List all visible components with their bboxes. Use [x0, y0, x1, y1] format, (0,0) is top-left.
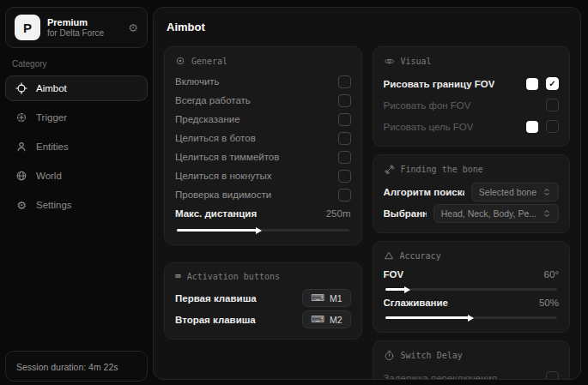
checkbox-enable[interactable]: ✓: [338, 75, 351, 88]
slider-thumb[interactable]: [256, 227, 262, 234]
setting-label: Целиться в нокнутых: [175, 171, 272, 181]
sidebar-item-entities[interactable]: Entities: [5, 134, 148, 159]
entities-icon: [15, 141, 27, 153]
bone-icon: [384, 164, 395, 175]
slider-label: FOV: [384, 269, 404, 280]
sidebar-item-world[interactable]: World: [5, 163, 148, 189]
checkbox-draw-fov-border[interactable]: ✓: [546, 77, 559, 90]
left-column: General Включить ✓ Всегда работать ✓ Пре…: [164, 46, 362, 340]
brand-title: Premium: [47, 17, 104, 27]
select-value: Head, Neck, Body, Pe...: [441, 208, 536, 219]
bone-card-header: Finding the bone: [384, 164, 560, 175]
slider-fill: [177, 229, 259, 232]
keyboard-icon: ⌨: [311, 315, 324, 324]
activation-card-header: ⌨ Activation buttons: [175, 272, 351, 281]
checkbox-target-bots[interactable]: ✓: [338, 132, 351, 145]
setting-row: Рисовать цель FOV ✓: [384, 116, 560, 137]
slider-fill: [385, 316, 471, 319]
setting-row: Предсказание ✓: [175, 110, 351, 129]
setting-label: Целиться в ботов: [175, 133, 256, 143]
general-card-title: General: [191, 57, 227, 66]
page-title: Aimbot: [167, 21, 570, 33]
select-value: Selected bone: [479, 187, 536, 197]
category-label: Category: [12, 59, 141, 69]
bone-card-title: Finding the bone: [401, 165, 483, 174]
slider-header-row: Макс. дистанция 250m: [175, 204, 351, 223]
trigger-icon: [15, 111, 27, 123]
setting-row: Всегда работать ✓: [175, 91, 351, 110]
smoothing-slider[interactable]: [385, 316, 558, 319]
slider-label: Макс. дистанция: [175, 208, 257, 219]
keybind-label: Вторая клавиша: [175, 315, 256, 325]
first-key-button[interactable]: ⌨ M1: [302, 289, 350, 307]
triangle-icon: [384, 250, 394, 261]
bone-card: Finding the bone Алгоритм поиска кост Se…: [373, 154, 571, 233]
slider-thumb[interactable]: [404, 286, 410, 293]
eye-icon: [384, 56, 395, 67]
setting-label: Проверка видимости: [175, 189, 271, 200]
setting-row: Целиться в нокнутых ✓: [175, 166, 351, 185]
bone-algorithm-select[interactable]: Selected bone: [471, 183, 559, 202]
sidebar: P Premium for Delta Force ⚙ Category Aim…: [0, 0, 153, 385]
keybind-value: M2: [330, 315, 342, 325]
color-swatch[interactable]: [526, 78, 538, 90]
accuracy-card-header: Accuracy: [384, 250, 560, 261]
setting-row: Алгоритм поиска кост Selected bone: [384, 181, 560, 202]
switch-delay-card-title: Switch Delay: [401, 351, 463, 360]
setting-label: Предсказание: [175, 114, 240, 124]
setting-label: Целиться в тиммейтов: [175, 152, 279, 162]
check-icon: ✓: [549, 80, 555, 88]
color-swatch[interactable]: [526, 121, 538, 133]
brand-logo-letter: P: [23, 21, 32, 35]
selected-bones-select[interactable]: Head, Neck, Body, Pe...: [433, 204, 559, 223]
checkbox-target-knocked[interactable]: ✓: [338, 170, 351, 183]
accuracy-card: Accuracy FOV 60° Сглаживание 50%: [373, 241, 571, 333]
setting-row: Целиться в ботов ✓: [175, 129, 351, 147]
globe-icon: [15, 170, 27, 182]
row-controls: ✓: [526, 77, 559, 90]
visual-card: Visual Рисовать границу FOV ✓ Рисовать ф…: [373, 46, 571, 147]
sidebar-item-settings[interactable]: ⚙ Settings: [5, 192, 148, 218]
row-controls: ✓: [546, 99, 559, 111]
keyboard-icon: ⌨: [311, 293, 324, 303]
slider-value: 250m: [326, 208, 351, 219]
general-card: General Включить ✓ Всегда работать ✓ Пре…: [164, 46, 362, 245]
setting-label: Выбранные кос: [384, 208, 427, 219]
visual-card-title: Visual: [401, 57, 432, 66]
sidebar-item-label: Entities: [36, 141, 69, 152]
max-distance-slider[interactable]: [177, 229, 349, 232]
keybind-value: M1: [330, 293, 342, 304]
brand-text: Premium for Delta Force: [47, 17, 104, 38]
checkbox-draw-fov-target[interactable]: ✓: [546, 120, 559, 133]
gear-icon[interactable]: ⚙: [128, 22, 138, 33]
general-card-header: General: [175, 56, 351, 66]
checkbox-draw-fov-background[interactable]: ✓: [546, 99, 559, 111]
second-key-button[interactable]: ⌨ M2: [302, 310, 350, 328]
setting-row: Рисовать границу FOV ✓: [384, 73, 560, 94]
gear-icon: ⚙: [15, 199, 27, 211]
brand-logo: P: [15, 15, 40, 40]
right-column: Visual Рисовать границу FOV ✓ Рисовать ф…: [373, 46, 571, 380]
fov-slider[interactable]: [385, 288, 558, 291]
crosshair-icon: [15, 82, 27, 94]
sidebar-item-label: Settings: [36, 200, 72, 210]
slider-label: Сглаживание: [384, 298, 448, 308]
setting-row: Целиться в тиммейтов ✓: [175, 147, 351, 166]
checkbox-always-work[interactable]: ✓: [338, 94, 351, 107]
sidebar-item-trigger[interactable]: Trigger: [5, 105, 148, 130]
checkbox-target-teammates[interactable]: ✓: [338, 151, 351, 164]
session-duration: Session duration: 4m 22s: [16, 362, 118, 372]
content-columns: General Включить ✓ Всегда работать ✓ Пре…: [164, 46, 570, 380]
brand-subtitle: for Delta Force: [47, 28, 104, 38]
unfold-icon: [543, 188, 551, 196]
activation-card: ⌨ Activation buttons Первая клавиша ⌨ M1…: [164, 262, 362, 340]
slider-thumb[interactable]: [468, 315, 474, 322]
checkbox-visibility-check[interactable]: ✓: [338, 189, 351, 202]
keyboard-icon: ⌨: [175, 272, 181, 281]
slider-header-row: Сглаживание 50%: [384, 295, 560, 310]
sidebar-item-aimbot[interactable]: Aimbot: [5, 75, 148, 101]
checkbox-prediction[interactable]: ✓: [338, 113, 351, 126]
setting-label: Рисовать цель FOV: [384, 122, 474, 132]
timer-icon: [384, 350, 395, 361]
checkbox-switch-delay[interactable]: ✓: [546, 371, 559, 380]
